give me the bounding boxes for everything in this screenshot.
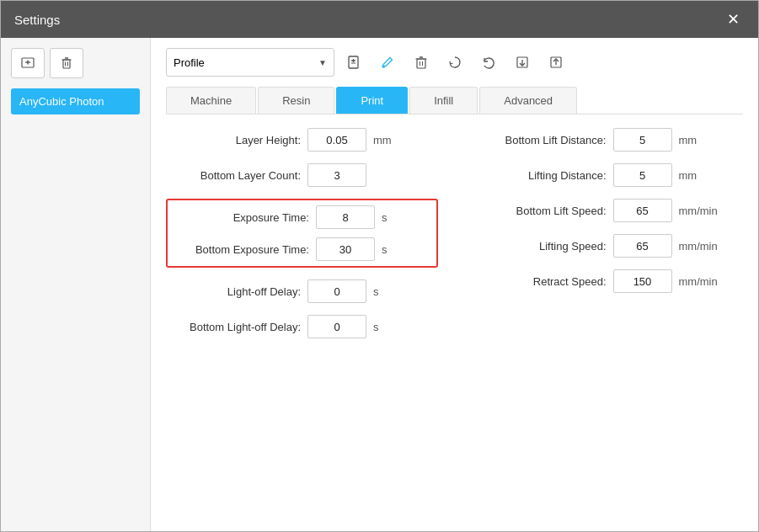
new-profile-toolbar-button[interactable]: [339, 48, 368, 77]
bottom-lift-distance-unit: mm: [679, 134, 713, 146]
bottom-lift-distance-label: Bottom Lift Distance:: [472, 134, 607, 146]
svg-rect-15: [417, 59, 425, 68]
bottom-lift-speed-label: Bottom Lift Speed:: [472, 205, 607, 217]
export-icon: [548, 55, 564, 70]
lifting-distance-label: Lifting Distance:: [472, 169, 607, 182]
lifting-speed-unit: mm/min: [679, 240, 718, 253]
bottom-exposure-time-label: Bottom Exposure Time:: [174, 243, 309, 256]
lifting-distance-row: Lifting Distance: mm: [472, 163, 744, 187]
trash-icon: [60, 56, 73, 70]
lifting-distance-unit: mm: [679, 169, 713, 182]
tab-machine[interactable]: Machine: [166, 87, 256, 114]
delete-profile-toolbar-button[interactable]: [407, 48, 436, 77]
content-area: AnyCubic Photon Profile ▼: [1, 38, 758, 531]
bottom-layer-count-row: Bottom Layer Count:: [166, 163, 438, 187]
refresh-toolbar-button[interactable]: [441, 48, 469, 77]
delete-profile-button[interactable]: [50, 48, 83, 78]
tab-bar: Machine Resin Print Infill Advanced: [166, 87, 743, 114]
undo-toolbar-button[interactable]: [474, 48, 503, 77]
delete-icon: [414, 55, 429, 70]
toolbar: Profile ▼: [166, 48, 743, 77]
bottom-layer-count-input[interactable]: [307, 163, 366, 187]
bottom-lift-distance-input[interactable]: [613, 128, 672, 152]
light-off-delay-row: Light-off Delay: s: [166, 279, 438, 303]
bottom-light-off-delay-unit: s: [373, 321, 407, 333]
light-off-delay-unit: s: [373, 285, 407, 298]
tab-advanced[interactable]: Advanced: [479, 87, 577, 114]
lifting-speed-row: Lifting Speed: mm/min: [472, 234, 744, 258]
refresh-icon: [447, 55, 462, 70]
right-form-col: Bottom Lift Distance: mm Lifting Distanc…: [472, 128, 744, 521]
bottom-lift-speed-unit: mm/min: [679, 205, 718, 217]
add-profile-button[interactable]: [11, 48, 45, 78]
bottom-exposure-time-row: Bottom Exposure Time: s: [174, 237, 430, 261]
add-icon: [21, 56, 35, 70]
layer-height-label: Layer Height:: [166, 134, 301, 146]
lifting-distance-input[interactable]: [613, 163, 672, 187]
edit-icon: [380, 55, 395, 70]
retract-speed-row: Retract Speed: mm/min: [472, 269, 744, 293]
dialog-title: Settings: [14, 13, 60, 27]
title-bar: Settings ✕: [1, 1, 758, 38]
profile-list-item[interactable]: AnyCubic Photon: [11, 88, 140, 114]
import-toolbar-button[interactable]: [508, 48, 537, 77]
bottom-exposure-time-unit: s: [382, 243, 415, 256]
layer-height-unit: mm: [373, 134, 407, 146]
bottom-light-off-delay-input[interactable]: [307, 315, 366, 338]
sidebar: AnyCubic Photon: [1, 38, 151, 531]
exposure-time-unit: s: [382, 211, 415, 224]
profile-dropdown[interactable]: Profile ▼: [166, 48, 334, 77]
tab-print[interactable]: Print: [336, 87, 408, 114]
import-icon: [515, 55, 530, 70]
lifting-speed-label: Lifting Speed:: [472, 240, 607, 253]
export-toolbar-button[interactable]: [542, 48, 570, 77]
main-panel: Profile ▼: [151, 38, 758, 531]
layer-height-row: Layer Height: mm: [166, 128, 438, 152]
new-file-icon: [346, 55, 361, 70]
retract-speed-input[interactable]: [613, 269, 672, 293]
tab-infill[interactable]: Infill: [409, 87, 478, 114]
settings-dialog: Settings ✕: [0, 0, 759, 532]
bottom-layer-count-label: Bottom Layer Count:: [166, 169, 301, 182]
svg-rect-3: [63, 60, 70, 68]
exposure-highlight-box: Exposure Time: s Bottom Exposure Time: s: [166, 199, 438, 268]
bottom-light-off-delay-label: Bottom Light-off Delay:: [166, 321, 301, 333]
sidebar-actions: [11, 48, 140, 78]
retract-speed-label: Retract Speed:: [472, 275, 607, 288]
profile-dropdown-value: Profile: [174, 56, 205, 69]
light-off-delay-input[interactable]: [307, 279, 366, 303]
left-form-col: Layer Height: mm Bottom Layer Count:: [166, 128, 438, 521]
exposure-time-input[interactable]: [316, 205, 375, 229]
dropdown-arrow-icon: ▼: [318, 58, 327, 67]
exposure-time-label: Exposure Time:: [174, 211, 309, 224]
bottom-exposure-time-input[interactable]: [316, 237, 375, 261]
form-area: Layer Height: mm Bottom Layer Count:: [166, 128, 743, 521]
undo-icon: [481, 55, 496, 70]
edit-profile-toolbar-button[interactable]: [373, 48, 402, 77]
bottom-lift-speed-input[interactable]: [613, 199, 672, 222]
layer-height-input[interactable]: [307, 128, 366, 152]
bottom-lift-distance-row: Bottom Lift Distance: mm: [472, 128, 744, 152]
lifting-speed-input[interactable]: [613, 234, 672, 258]
light-off-delay-label: Light-off Delay:: [166, 285, 301, 298]
bottom-light-off-delay-row: Bottom Light-off Delay: s: [166, 315, 438, 338]
bottom-lift-speed-row: Bottom Lift Speed: mm/min: [472, 199, 744, 222]
exposure-time-row: Exposure Time: s: [174, 205, 430, 229]
tab-resin[interactable]: Resin: [258, 87, 334, 114]
retract-speed-unit: mm/min: [679, 275, 718, 288]
close-button[interactable]: ✕: [721, 8, 745, 31]
